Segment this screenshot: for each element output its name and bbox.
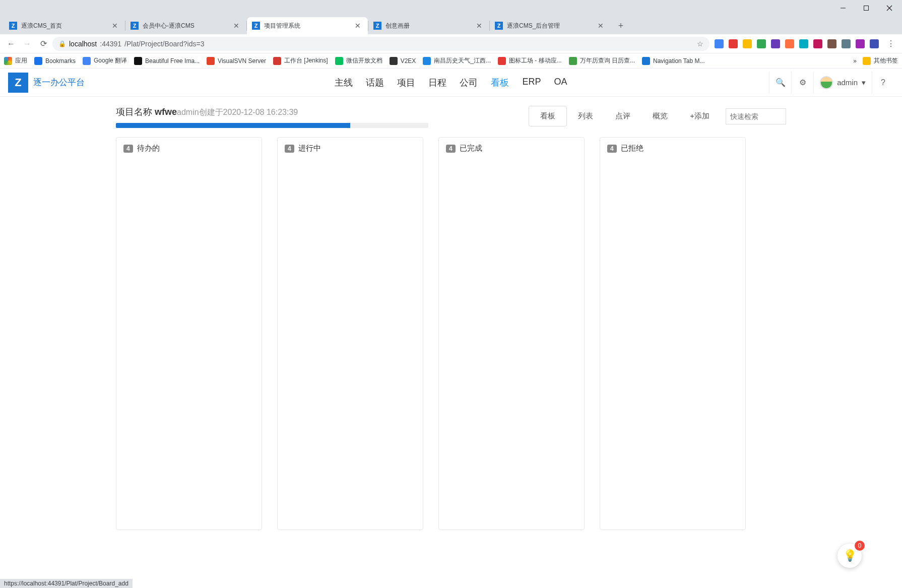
browser-menu[interactable]: ⋮ [884,37,898,51]
url-host: localhost [69,40,97,48]
bookmark-item[interactable]: Google 翻译 [83,56,127,65]
browser-tab[interactable]: Z项目管理系统✕ [247,17,368,34]
nav-item[interactable]: 公司 [460,77,478,89]
extension-icon[interactable] [813,39,822,48]
app-root: Z 逐一办公平台 主线话题项目日程公司看板ERPOA 🔍 ⚙ admin ▾ ?… [0,69,902,588]
project-title: 项目名称 wfweadmin创建于2020-12-08 16:23:39 [116,107,298,117]
extension-icon[interactable] [729,39,738,48]
browser-tab[interactable]: Z会员中心-逐浪CMS✕ [125,17,246,34]
extension-icon[interactable] [842,39,851,48]
bookmarks-overflow[interactable]: » [853,57,857,64]
nav-item[interactable]: 主线 [335,77,353,89]
column-title: 已拒绝 [621,144,643,153]
nav-item[interactable]: 看板 [491,77,509,89]
bookmark-favicon [207,57,215,65]
view-tab[interactable]: +添加 [679,106,721,126]
nav-item[interactable]: ERP [522,77,541,89]
view-tab[interactable]: 点评 [604,106,641,126]
bookmarks-bar: 应用 BookmarksGoogle 翻译Beautiful Free Ima.… [0,53,902,69]
bookmark-item[interactable]: VisualSVN Server [207,56,266,65]
bookmark-item[interactable]: 工作台 [Jenkins] [273,56,328,65]
progress-bar [116,123,428,128]
help-icon[interactable]: ? [872,72,894,94]
extension-icon[interactable] [870,39,879,48]
extension-icon[interactable] [856,39,865,48]
favicon: Z [252,22,260,30]
bookmark-favicon [83,57,91,65]
window-minimize[interactable] [831,0,855,16]
main-nav: 主线话题项目日程公司看板ERPOA [335,77,567,89]
tab-close-icon[interactable]: ✕ [110,22,120,30]
browser-tab[interactable]: Z逐浪CMS_首页✕ [4,17,125,34]
window-maximize[interactable] [855,0,878,16]
address-bar[interactable]: 🔒 localhost:44391/Plat/Project/Board?ids… [52,37,710,51]
nav-item[interactable]: 话题 [366,77,384,89]
column-title: 进行中 [298,144,321,153]
bookmark-item[interactable]: V2EX [390,56,416,65]
column-title: 已完成 [460,144,482,153]
bookmark-item[interactable]: Beautiful Free Ima... [134,56,200,65]
extension-icon[interactable] [743,39,752,48]
count-badge: 4 [446,145,456,153]
favicon: Z [9,22,17,30]
new-tab-button[interactable]: + [614,19,628,33]
board-column: 4已完成 [438,137,585,530]
quick-search-input[interactable] [726,108,786,124]
bookmark-label: 微信开放文档 [346,56,382,65]
count-badge: 4 [123,145,133,153]
brand[interactable]: Z 逐一办公平台 [8,73,85,93]
tab-close-icon[interactable]: ✕ [596,22,606,30]
bookmark-item[interactable]: Bookmarks [34,56,76,65]
bookmark-favicon [423,57,431,65]
apps-shortcut[interactable]: 应用 [4,56,27,65]
fab-badge: 0 [855,541,865,551]
bookmark-favicon [390,57,398,65]
bookmark-item[interactable]: 微信开放文档 [335,56,382,65]
tab-close-icon[interactable]: ✕ [231,22,241,30]
bookmark-favicon [569,57,577,65]
extension-icon[interactable] [785,39,794,48]
extension-icon[interactable] [799,39,808,48]
nav-item[interactable]: OA [554,77,567,89]
hint-fab[interactable]: 💡 0 [837,544,862,568]
view-tab[interactable]: 列表 [567,106,604,126]
tab-close-icon[interactable]: ✕ [353,22,363,30]
bookmark-favicon [498,57,506,65]
view-tabs: 看板列表点评概览+添加 [529,106,721,126]
window-close[interactable] [878,0,901,16]
chevron-down-icon: ▾ [862,78,866,87]
nav-item[interactable]: 项目 [397,77,415,89]
extension-icon[interactable] [771,39,780,48]
bookmark-item[interactable]: 图标工场 - 移动应... [498,56,562,65]
nav-forward[interactable]: → [20,37,34,51]
bookmark-item[interactable]: 万年历查询 日历查... [569,56,635,65]
extension-icon[interactable] [757,39,766,48]
bookmark-item[interactable]: Navigation Tab M... [642,56,705,65]
board-column: 4已拒绝 [600,137,746,530]
svg-rect-1 [864,6,869,11]
bookmark-favicon [34,57,42,65]
bookmark-favicon [642,57,650,65]
bookmark-item[interactable]: 南昌历史天气_江西... [423,56,491,65]
bookmark-label: VisualSVN Server [218,57,266,64]
avatar [820,76,833,89]
nav-back[interactable]: ← [4,37,18,51]
lock-icon: 🔒 [58,40,66,47]
browser-tabstrip: Z逐浪CMS_首页✕Z会员中心-逐浪CMS✕Z项目管理系统✕Z创意画册✕Z逐浪C… [0,16,902,34]
view-tab[interactable]: 看板 [529,106,567,126]
browser-tab[interactable]: Z创意画册✕ [368,17,489,34]
user-menu[interactable]: admin ▾ [813,72,872,94]
gear-icon[interactable]: ⚙ [791,72,813,94]
extension-icon[interactable] [715,39,724,48]
other-bookmarks[interactable]: 其他书签 [863,56,898,65]
tab-close-icon[interactable]: ✕ [474,22,484,30]
count-badge: 4 [607,145,617,153]
nav-reload[interactable]: ⟳ [36,37,50,51]
view-tab[interactable]: 概览 [641,106,679,126]
nav-item[interactable]: 日程 [428,77,446,89]
browser-tab[interactable]: Z逐浪CMS_后台管理✕ [490,17,611,34]
search-icon[interactable]: 🔍 [769,72,791,94]
tab-title: 项目管理系统 [264,22,353,30]
bookmark-star-icon[interactable]: ☆ [697,40,703,48]
extension-icon[interactable] [827,39,836,48]
